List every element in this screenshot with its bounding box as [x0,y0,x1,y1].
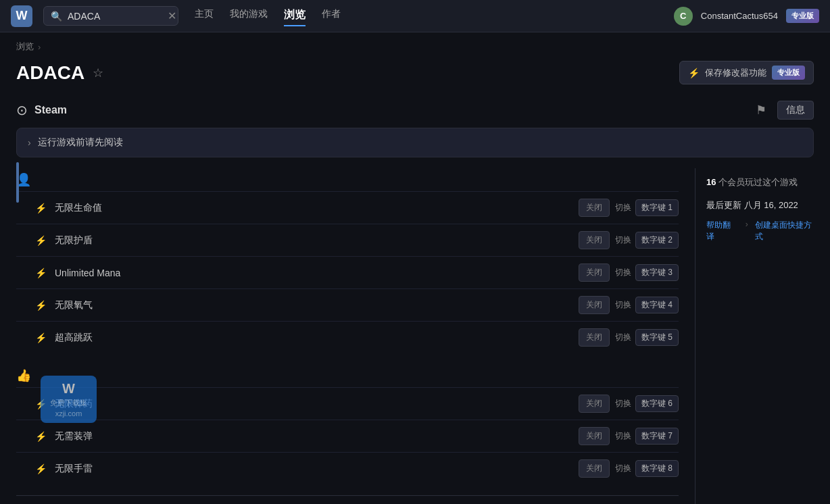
member-count-stat: 16 个会员玩过这个游戏 [706,168,819,197]
bolt-icon: ⚡ [35,300,47,311]
key-badge: 数字键 4 [635,297,679,313]
cheat-row-no-reload: ⚡ 无需装弹 关闭 切换 数字键 7 [16,420,679,452]
header-right: ⚡ 保存修改器功能 专业版 [679,61,814,84]
search-icon: 🔍 [51,11,62,22]
key-badge: 数字键 3 [635,264,679,281]
toggle-button-infinite-health[interactable]: 关闭 [579,199,610,217]
help-translate-link[interactable]: 帮助翻译 [706,220,739,243]
nav-author[interactable]: 作者 [322,5,341,26]
toggle-button-infinite-shield[interactable]: 关闭 [579,231,610,249]
save-modifier-button[interactable]: ⚡ 保存修改器功能 专业版 [679,61,814,84]
last-updated: 最后更新 八月 16, 2022 [706,197,819,214]
platform-name: Steam [34,104,67,116]
cheat-name: 超高跳跃 [55,332,573,344]
username: ConstantCactus654 [701,11,778,21]
key-badge: 数字键 2 [635,232,679,249]
key-badge: 数字键 6 [635,395,679,412]
category-header-health: 👤 [16,168,679,191]
cheat-row-super-jump: ⚡ 超高跳跃 关闭 切换 数字键 5 [16,321,679,353]
search-box[interactable]: 🔍 ✕ [43,6,178,26]
breadcrumb: 浏览 › [0,32,830,55]
key-label: 切换 [615,299,631,311]
main-content: 👤 ⚡ 无限生命值 关闭 切换 数字键 1 ⚡ 无限护盾 关闭 切换 数字键 2 [0,168,830,504]
key-label: 切换 [615,202,631,213]
search-clear-button[interactable]: ✕ [168,9,176,22]
cheat-name: 无需装弹 [55,430,573,443]
search-input[interactable] [68,11,162,22]
cheat-row-infinite-shield: ⚡ 无限护盾 关闭 切换 数字键 2 [16,224,679,256]
cheat-name: 无限弹药 [55,398,573,410]
member-count: 16 [706,177,716,187]
key-group: 切换 数字键 6 [615,395,679,412]
key-group: 切换 数字键 3 [615,264,679,281]
key-badge: 数字键 5 [635,329,679,346]
key-badge: 数字键 7 [635,428,679,445]
cheat-name: 无限手雷 [55,463,573,475]
key-label: 切换 [615,332,631,343]
key-group: 切换 数字键 1 [615,199,679,216]
updated-label: 最后更新 [706,200,741,210]
cheat-row-infinite-grenade: ⚡ 无限手雷 关闭 切换 数字键 8 [16,452,679,484]
nav-right: C ConstantCactus654 专业版 [674,7,819,26]
key-label: 切换 [615,267,631,278]
cheat-row-infinite-health: ⚡ 无限生命值 关闭 切换 数字键 1 [16,191,679,224]
member-label: 个会员玩过这个游戏 [718,177,798,187]
key-badge: 数字键 1 [635,199,679,216]
bolt-icon: ⚡ [35,332,47,343]
lightning-icon: ⚡ [688,68,700,78]
info-button[interactable]: 信息 [777,101,814,120]
key-group: 切换 数字键 7 [615,428,679,445]
page-title: ADACA [16,62,84,84]
nav-my-games[interactable]: 我的游戏 [230,5,268,26]
toggle-button-infinite-grenade[interactable]: 关闭 [579,459,610,478]
nav-browse[interactable]: 浏览 [284,5,306,26]
toggle-button-super-jump[interactable]: 关闭 [579,328,610,347]
save-modifier-label: 保存修改器功能 [705,67,766,79]
cheat-row-infinite-oxygen: ⚡ 无限氧气 关闭 切换 数字键 4 [16,288,679,321]
bolt-icon: ⚡ [35,399,47,409]
key-label: 切换 [615,463,631,474]
top-navigation: W 🔍 ✕ 主页 我的游戏 浏览 作者 C ConstantCactus654 … [0,0,830,32]
bolt-icon: ⚡ [35,463,47,474]
platform-row: ⊙ Steam ⚑ 信息 [0,95,830,128]
cheat-group-combat: 👍 ⚡ 无限弹药 关闭 切换 数字键 6 ⚡ 无需装弹 关闭 切换 数字键 7 [16,364,679,484]
bolt-icon: ⚡ [35,268,47,278]
key-label: 切换 [615,234,631,246]
cheat-name: 无限护盾 [55,234,573,247]
bolt-icon: ⚡ [35,431,47,442]
platform-right: ⚑ 信息 [756,101,814,120]
notice-expand-icon: › [28,137,31,148]
toggle-button-no-reload[interactable]: 关闭 [579,427,610,445]
toggle-button-unlimited-mana[interactable]: 关闭 [579,263,610,282]
bolt-icon: ⚡ [35,203,47,213]
key-group: 切换 数字键 4 [615,297,679,313]
notice-text: 运行游戏前请先阅读 [38,136,123,149]
notice-bar[interactable]: › 运行游戏前请先阅读 [16,128,814,157]
page-header: ADACA ☆ ⚡ 保存修改器功能 专业版 [0,55,830,95]
key-group: 切换 数字键 8 [615,460,679,477]
cheat-row-unlimited-mana: ⚡ Unlimited Mana 关闭 切换 数字键 3 [16,256,679,288]
cheat-name: 无限生命值 [55,202,573,214]
cheat-name: Unlimited Mana [55,268,573,278]
create-shortcut-link[interactable]: 创建桌面快捷方式 [755,220,819,243]
key-label: 切换 [615,398,631,409]
toggle-button-infinite-oxygen[interactable]: 关闭 [579,296,610,314]
side-panel: 16 个会员玩过这个游戏 最后更新 八月 16, 2022 帮助翻译 › 创建桌… [695,168,830,504]
side-links: 帮助翻译 › 创建桌面快捷方式 [706,214,819,248]
cheat-row-infinite-ammo: ⚡ 无限弹药 关闭 切换 数字键 6 [16,387,679,420]
category-icon-combat: 👍 [16,368,31,383]
favorite-icon[interactable]: ☆ [93,66,103,80]
save-pro-badge: 专业版 [772,66,805,80]
app-logo: W [11,5,32,27]
breadcrumb-browse[interactable]: 浏览 [16,41,34,53]
key-group: 切换 数字键 2 [615,232,679,249]
key-badge: 数字键 8 [635,460,679,477]
pro-badge: 专业版 [786,9,819,23]
bolt-icon: ⚡ [35,235,47,246]
category-header-combat: 👍 [16,364,679,387]
cheat-group-health: 👤 ⚡ 无限生命值 关闭 切换 数字键 1 ⚡ 无限护盾 关闭 切换 数字键 2 [16,168,679,353]
cheat-name: 无限氧气 [55,299,573,311]
breadcrumb-separator: › [38,42,41,52]
nav-home[interactable]: 主页 [195,5,214,26]
toggle-button-infinite-ammo[interactable]: 关闭 [579,395,610,413]
